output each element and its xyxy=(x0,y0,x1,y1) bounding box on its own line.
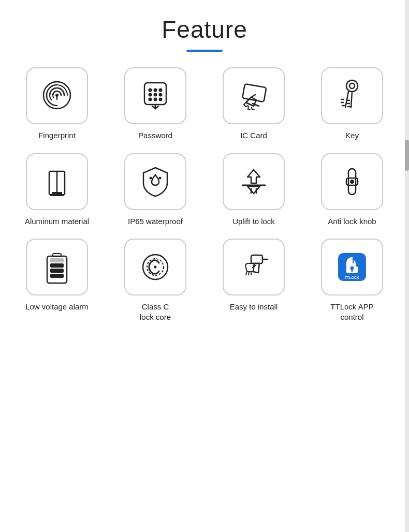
svg-point-43 xyxy=(350,267,354,270)
svg-point-13 xyxy=(346,80,358,92)
feature-key: Key xyxy=(305,67,399,141)
key-icon-box xyxy=(321,67,383,124)
svg-point-39 xyxy=(154,266,157,269)
fingerprint-icon-box xyxy=(26,67,88,124)
password-icon xyxy=(137,78,173,114)
svg-line-16 xyxy=(351,92,352,108)
feature-fingerprint: Fingerprint xyxy=(10,67,104,141)
svg-point-0 xyxy=(55,94,59,97)
svg-rect-32 xyxy=(53,254,61,257)
ttlock-icon-box: TTLOCK xyxy=(321,239,383,295)
easy-install-icon-box xyxy=(223,239,285,295)
svg-point-9 xyxy=(154,98,157,101)
key-label: Key xyxy=(345,130,359,141)
class-c-label: Class Clock core xyxy=(140,302,171,322)
aluminum-icon xyxy=(39,164,75,200)
feature-ic-card: IC Card xyxy=(207,67,300,141)
anti-lock-icon-box xyxy=(321,153,383,210)
svg-point-7 xyxy=(159,93,163,97)
feature-low-voltage: Low voltage alarm xyxy=(10,239,104,322)
uplift-icon xyxy=(236,164,272,200)
svg-point-22 xyxy=(150,176,152,179)
feature-uplift: Uplift to lock xyxy=(207,153,300,227)
svg-point-2 xyxy=(149,88,152,92)
svg-text:TTLOCK: TTLOCK xyxy=(345,276,359,279)
feature-aluminum: Aluminum material xyxy=(10,153,104,227)
scrollbar-thumb[interactable] xyxy=(405,140,409,171)
low-voltage-label: Low voltage alarm xyxy=(25,302,89,312)
ttlock-icon: TTLOCK xyxy=(334,249,370,285)
svg-rect-20 xyxy=(57,192,62,195)
svg-point-30 xyxy=(350,180,354,184)
feature-password: Password xyxy=(109,67,202,141)
ic-card-label: IC Card xyxy=(240,130,267,141)
svg-point-5 xyxy=(149,93,152,97)
ttlock-label: TTLock APPcontrol xyxy=(330,302,373,322)
easy-install-label: Easy to install xyxy=(230,302,278,312)
svg-point-6 xyxy=(154,93,157,97)
easy-install-icon xyxy=(236,249,272,285)
svg-rect-35 xyxy=(50,263,64,268)
features-grid: Fingerprint Password xyxy=(10,67,399,322)
page-container: Feature xyxy=(0,0,409,343)
ic-card-icon-box xyxy=(223,67,285,124)
low-voltage-icon-box xyxy=(26,239,88,295)
svg-point-10 xyxy=(159,98,163,101)
svg-rect-21 xyxy=(50,195,64,196)
scrollbar[interactable] xyxy=(405,0,409,532)
waterproof-label: IP65 waterproof xyxy=(128,216,183,227)
title-underline xyxy=(186,50,223,52)
svg-point-3 xyxy=(154,88,157,92)
svg-line-15 xyxy=(345,92,348,108)
svg-point-23 xyxy=(159,176,162,179)
svg-rect-19 xyxy=(52,192,57,195)
fingerprint-icon xyxy=(39,78,75,114)
svg-rect-40 xyxy=(251,255,262,263)
svg-rect-44 xyxy=(352,270,353,272)
fingerprint-label: Fingerprint xyxy=(38,130,76,141)
feature-anti-lock: Anti lock knob xyxy=(305,153,399,227)
password-label: Password xyxy=(138,130,172,141)
uplift-icon-box xyxy=(223,153,285,210)
password-icon-box xyxy=(124,67,186,124)
waterproof-icon xyxy=(137,164,173,200)
svg-point-14 xyxy=(349,83,355,88)
aluminum-icon-box xyxy=(26,153,88,210)
uplift-label: Uplift to lock xyxy=(232,216,275,227)
feature-easy-install: Easy to install xyxy=(207,239,300,322)
svg-point-8 xyxy=(149,98,152,101)
svg-rect-36 xyxy=(50,258,64,262)
feature-class-c: Class Clock core xyxy=(109,239,202,322)
class-c-icon-box xyxy=(124,239,186,295)
anti-lock-label: Anti lock knob xyxy=(328,216,376,227)
svg-rect-33 xyxy=(50,274,64,278)
aluminum-label: Aluminum material xyxy=(25,216,89,227)
low-voltage-icon xyxy=(39,249,75,285)
feature-waterproof: IP65 waterproof xyxy=(109,153,202,227)
svg-point-4 xyxy=(159,88,163,92)
anti-lock-icon xyxy=(334,164,370,200)
header: Feature xyxy=(10,16,399,52)
key-icon xyxy=(334,78,370,114)
feature-ttlock: TTLOCK TTLock APPcontrol xyxy=(305,239,399,322)
page-title: Feature xyxy=(10,16,399,43)
svg-rect-34 xyxy=(50,269,64,273)
class-c-icon xyxy=(137,249,173,285)
ic-card-icon xyxy=(236,78,272,114)
waterproof-icon-box xyxy=(124,153,186,210)
